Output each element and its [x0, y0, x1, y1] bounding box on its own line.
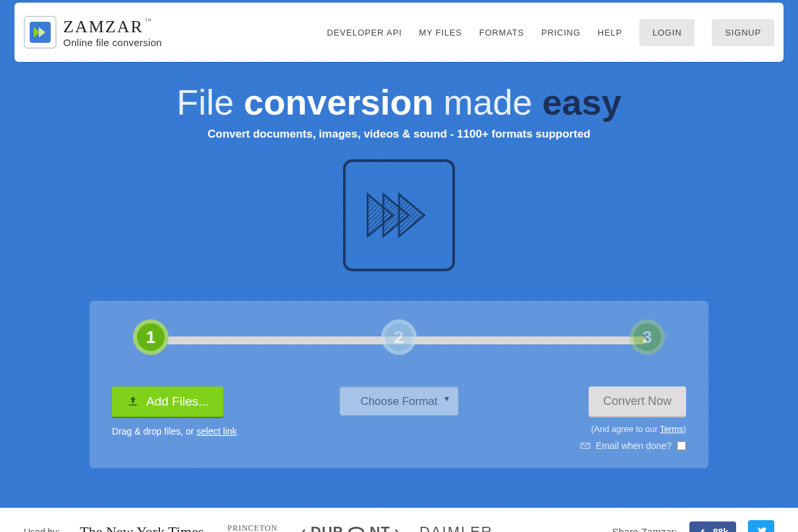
terms-link[interactable]: Terms [660, 424, 683, 434]
email-checkbox[interactable] [677, 441, 686, 450]
conversion-panel: 1 2 3 Add Files... Drag & drop files, or… [90, 301, 708, 468]
drag-drop-helper: Drag & drop files, or select link [112, 426, 237, 437]
agree-terms: (And agree to our Terms) [591, 424, 686, 434]
step-3-badge: 3 [629, 319, 665, 355]
used-by-label: Used by: [24, 527, 60, 533]
hero-title-easy: easy [543, 82, 622, 122]
dupont-right: NT [369, 523, 390, 533]
hero: File conversion made easy Convert docume… [0, 82, 798, 271]
tagline: Online file conversion [63, 37, 162, 48]
add-files-button[interactable]: Add Files... [112, 386, 223, 417]
nav-pricing[interactable]: PRICING [541, 28, 581, 38]
facebook-count: 88k [713, 527, 728, 533]
step-1-badge: 1 [133, 319, 169, 355]
logo[interactable]: ZAMZAR™ Online file conversion [24, 16, 162, 49]
add-files-label: Add Files... [146, 394, 209, 409]
facebook-icon [697, 527, 708, 533]
hero-arrows-icon [343, 159, 455, 271]
email-when-done[interactable]: Email when done? [580, 440, 686, 451]
agree-prefix: (And agree to our [591, 424, 660, 434]
footer-strip: Used by: The New York Times PRINCETON UN… [0, 508, 798, 532]
nav-right: DEVELOPER API MY FILES FORMATS PRICING H… [327, 19, 774, 46]
envelope-icon [580, 442, 591, 450]
login-button[interactable]: LOGIN [639, 19, 695, 46]
top-nav: ZAMZAR™ Online file conversion DEVELOPER… [14, 3, 784, 62]
logo-text: ZAMZAR™ Online file conversion [63, 17, 162, 48]
hero-title-conversion: conversion [244, 82, 433, 122]
drag-prefix: Drag & drop files, or [112, 426, 196, 437]
nav-developer-api[interactable]: DEVELOPER API [327, 28, 402, 38]
select-link[interactable]: select link [196, 426, 236, 437]
logo-icon [24, 16, 57, 49]
convert-now-button[interactable]: Convert Now [589, 386, 686, 416]
step-2-badge: 2 [381, 319, 417, 355]
email-label: Email when done? [596, 440, 672, 451]
share-facebook-button[interactable]: 88k [689, 521, 736, 533]
nav-help[interactable]: HELP [598, 28, 622, 38]
hero-title-mid: made [433, 82, 542, 122]
twitter-icon [756, 525, 766, 532]
press-nyt-logo: The New York Times [80, 523, 203, 533]
hero-subtitle: Convert documents, images, videos & soun… [0, 128, 798, 141]
brand-name: ZAMZAR [63, 17, 144, 36]
hero-title-pre: File [176, 82, 244, 122]
nav-formats[interactable]: FORMATS [479, 28, 524, 38]
share-twitter-button[interactable] [748, 520, 774, 532]
step-progress: 1 2 3 [125, 319, 673, 355]
press-princeton-logo: PRINCETON UNIVERSITY [224, 524, 282, 533]
press-daimler-logo: DAIMLER [419, 523, 493, 533]
choose-format-select[interactable]: Choose Format [340, 386, 458, 415]
agree-suffix: ) [683, 424, 686, 434]
nav-my-files[interactable]: MY FILES [419, 28, 462, 38]
used-by: Used by: The New York Times PRINCETON UN… [24, 523, 493, 533]
upload-icon [126, 395, 140, 408]
dupont-o-icon [348, 527, 364, 533]
dupont-left: DUP [311, 523, 343, 533]
share-area: Share Zamzar: 88k [612, 520, 774, 532]
share-label: Share Zamzar: [612, 526, 677, 532]
format-select-wrap: Choose Format [340, 386, 458, 415]
brand-trademark: ™ [145, 17, 153, 24]
hero-title: File conversion made easy [0, 82, 798, 122]
svg-marker-6 [399, 194, 425, 236]
press-dupont-logo: ‹DUPNT› [302, 523, 400, 533]
signup-button[interactable]: SIGNUP [712, 19, 774, 46]
